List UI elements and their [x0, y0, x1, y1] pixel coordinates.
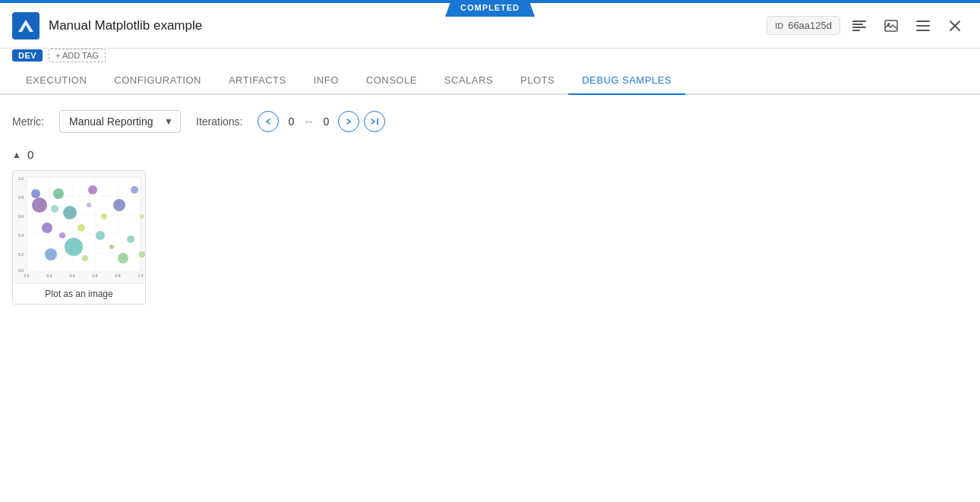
svg-point-54 — [51, 205, 58, 213]
svg-point-55 — [87, 203, 91, 207]
svg-rect-7 — [916, 21, 930, 22]
svg-point-46 — [42, 223, 52, 233]
add-tag-button[interactable]: + ADD TAG — [49, 49, 106, 62]
svg-text:0.4: 0.4 — [70, 273, 75, 278]
svg-point-39 — [63, 206, 77, 219]
section-0-header: ▲ 0 — [12, 148, 968, 161]
section-number: 0 — [27, 148, 33, 161]
svg-point-35 — [32, 197, 47, 213]
app-logo — [12, 12, 40, 39]
svg-point-43 — [127, 235, 134, 243]
tab-plots[interactable]: PLOTS — [507, 67, 568, 95]
task-id-value: 66aa125d — [788, 20, 832, 31]
status-bar: COMPLETED — [0, 0, 980, 3]
details-button[interactable] — [846, 13, 872, 39]
image-preview: 1.0 0.8 0.6 0.4 0.2 0.0 0.0 0.2 0.4 0.6 … — [13, 171, 146, 283]
svg-rect-2 — [852, 24, 863, 25]
filter-row: Metric: Manual Reporting ▼ Iterations: 0… — [12, 110, 968, 133]
iter-start-value: 0 — [283, 115, 299, 128]
tab-configuration[interactable]: CONFIGURATION — [100, 67, 215, 95]
sub-header: DEV + ADD TAG — [0, 49, 980, 67]
svg-point-53 — [140, 214, 144, 219]
iter-separator: ↔ — [303, 115, 314, 128]
image-button[interactable] — [878, 13, 904, 39]
svg-rect-9 — [916, 30, 930, 31]
svg-point-49 — [96, 231, 105, 240]
image-caption: Plot as an image — [13, 283, 145, 304]
id-label: ID — [775, 21, 783, 30]
tab-execution[interactable]: EXECUTION — [12, 67, 100, 95]
svg-point-45 — [65, 238, 83, 256]
svg-rect-4 — [852, 30, 860, 31]
svg-text:0.8: 0.8 — [115, 273, 121, 278]
svg-text:0.4: 0.4 — [18, 233, 24, 238]
iter-end-value: 0 — [318, 115, 334, 128]
metric-dropdown[interactable]: Manual Reporting — [59, 110, 181, 133]
svg-point-38 — [77, 224, 85, 232]
svg-point-40 — [88, 185, 97, 194]
svg-text:0.6: 0.6 — [18, 214, 24, 219]
svg-text:0.2: 0.2 — [18, 252, 24, 257]
svg-point-51 — [31, 189, 40, 198]
image-grid: 1.0 0.8 0.6 0.4 0.2 0.0 0.0 0.2 0.4 0.6 … — [12, 170, 968, 305]
page-title: Manual Matplotlib example — [49, 18, 767, 33]
header-actions: ID 66aa125d — [767, 13, 968, 39]
tab-scalars[interactable]: SCALARS — [431, 67, 507, 95]
svg-point-37 — [45, 248, 57, 260]
tab-debug-samples[interactable]: DEBUG SAMPLES — [568, 67, 685, 95]
tab-console[interactable]: CONSOLE — [352, 67, 431, 95]
iter-last-button[interactable] — [364, 111, 385, 132]
svg-point-48 — [131, 186, 138, 194]
iterations-controls: 0 ↔ 0 — [258, 111, 385, 132]
svg-point-52 — [118, 253, 128, 264]
svg-text:0.6: 0.6 — [93, 273, 98, 278]
main-content: Metric: Manual Reporting ▼ Iterations: 0… — [0, 95, 980, 320]
iter-next-button[interactable] — [338, 111, 359, 132]
svg-point-50 — [59, 232, 65, 238]
svg-point-47 — [82, 255, 88, 261]
svg-text:0.0: 0.0 — [24, 273, 30, 278]
svg-text:1.0: 1.0 — [138, 273, 144, 278]
svg-rect-1 — [852, 21, 866, 22]
close-button[interactable] — [942, 13, 968, 39]
tag-dev: DEV — [12, 49, 43, 62]
nav-tabs: EXECUTION CONFIGURATION ARTIFACTS INFO C… — [0, 67, 980, 95]
iter-prev-button[interactable] — [258, 111, 279, 132]
svg-point-36 — [53, 188, 64, 199]
task-id-badge: ID 66aa125d — [767, 16, 840, 35]
svg-point-44 — [109, 245, 114, 249]
svg-text:0.0: 0.0 — [18, 268, 24, 273]
scatter-plot-svg: 1.0 0.8 0.6 0.4 0.2 0.0 0.0 0.2 0.4 0.6 … — [13, 171, 146, 283]
svg-text:0.8: 0.8 — [18, 195, 24, 200]
svg-point-41 — [101, 213, 107, 219]
metric-label: Metric: — [12, 115, 44, 128]
svg-text:0.2: 0.2 — [47, 273, 52, 278]
tab-artifacts[interactable]: ARTIFACTS — [215, 67, 300, 95]
svg-rect-3 — [852, 27, 866, 28]
iterations-label: Iterations: — [196, 115, 242, 128]
tab-info[interactable]: INFO — [300, 67, 352, 95]
status-badge: COMPLETED — [445, 0, 535, 17]
menu-button[interactable] — [910, 13, 936, 39]
svg-text:1.0: 1.0 — [18, 176, 24, 181]
svg-rect-8 — [916, 25, 930, 27]
svg-point-42 — [113, 199, 125, 211]
svg-point-56 — [139, 251, 145, 257]
collapse-icon[interactable]: ▲ — [12, 150, 21, 160]
metric-select-wrapper[interactable]: Manual Reporting ▼ — [59, 110, 181, 133]
image-card[interactable]: 1.0 0.8 0.6 0.4 0.2 0.0 0.0 0.2 0.4 0.6 … — [12, 170, 146, 305]
